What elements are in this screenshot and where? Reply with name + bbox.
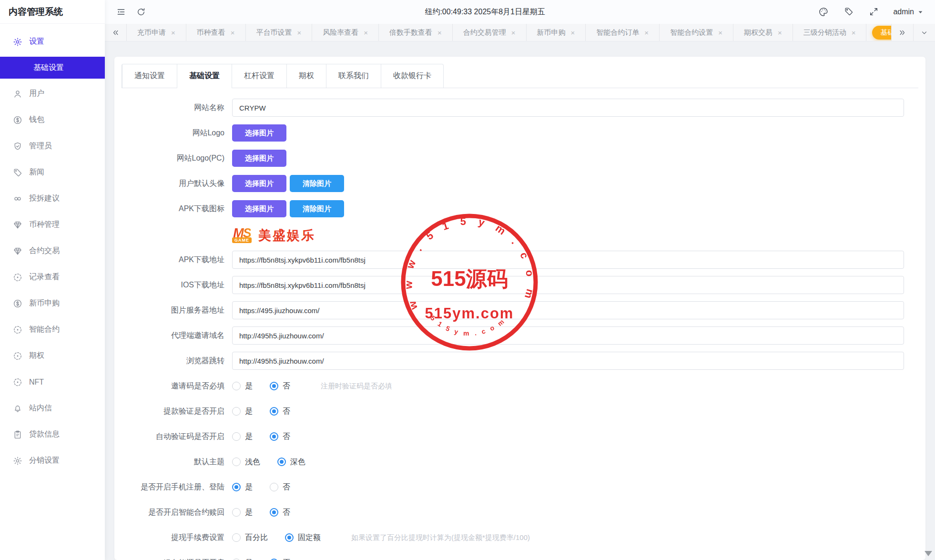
clear-image-button[interactable]: 清除图片 [290, 200, 344, 217]
sidebar-item[interactable]: 站内信 [0, 395, 105, 421]
page-tab[interactable]: 倍数手数查看 × [379, 24, 453, 41]
sidebar-item[interactable]: 管理员 [0, 133, 105, 159]
sidebar-item[interactable]: 合约交易 [0, 238, 105, 264]
radio-group: 浅色 深色 [232, 457, 336, 467]
radio-option-2[interactable]: 否 [270, 381, 290, 391]
settings-tabs: 通知设置 基础设置 杠杆设置 期权 [122, 64, 918, 88]
settings-tab[interactable]: 联系我们 [326, 64, 381, 88]
close-icon[interactable]: × [852, 29, 856, 37]
radio-option-2[interactable]: 否 [270, 508, 290, 518]
page-tab[interactable]: 期权交易 × [733, 24, 793, 41]
text-input[interactable] [232, 352, 904, 370]
close-icon[interactable]: × [171, 29, 175, 37]
radio-option-1[interactable]: 百分比 [232, 533, 268, 543]
chevron-down-icon[interactable] [913, 24, 935, 41]
page-tab[interactable]: 基础设置 × [872, 26, 891, 40]
radio-option-2[interactable]: 否 [270, 558, 290, 560]
page-tab[interactable]: 智能合约订单 × [586, 24, 660, 41]
close-icon[interactable]: × [511, 29, 516, 37]
radio-option-1[interactable]: 是 [232, 558, 253, 560]
radio-option-1[interactable]: 是 [232, 508, 253, 518]
page-tab[interactable]: 三级分销活动 × [793, 24, 867, 41]
close-icon[interactable]: × [644, 29, 649, 37]
sidebar-item[interactable]: 记录查看 [0, 264, 105, 290]
text-input[interactable] [232, 326, 904, 345]
close-icon[interactable]: × [231, 29, 235, 37]
text-input[interactable] [232, 276, 904, 294]
gear-icon [13, 456, 22, 466]
radio-option-2[interactable]: 否 [270, 432, 290, 442]
text-input[interactable] [232, 251, 904, 269]
settings-tab[interactable]: 基础设置 [177, 64, 232, 88]
choose-image-button[interactable]: 选择图片 [232, 150, 286, 167]
form-row: MS GAME 美盛娱乐 [127, 225, 904, 246]
settings-tab-label: 联系我们 [338, 71, 369, 81]
sidebar-item[interactable]: 币种管理 [0, 212, 105, 238]
settings-tab[interactable]: 收款银行卡 [381, 64, 443, 88]
hamburger-icon[interactable] [116, 7, 126, 17]
sidebar-item[interactable]: 智能合约 [0, 316, 105, 343]
radio-option-2[interactable]: 深色 [277, 457, 305, 467]
field-label: 自动验证码是否开启 [127, 432, 232, 442]
radio-option-1[interactable]: 是 [232, 482, 253, 492]
sidebar-item[interactable]: NFT [0, 369, 105, 395]
radio-icon [270, 508, 278, 517]
page-tab[interactable]: 币种查看 × [186, 24, 246, 41]
sidebar-item[interactable]: 用户 [0, 81, 105, 107]
close-icon[interactable]: × [571, 29, 575, 37]
close-icon[interactable]: × [364, 29, 368, 37]
palette-icon[interactable] [818, 7, 829, 17]
radio-option-2[interactable]: 否 [270, 407, 290, 417]
radio-icon [270, 432, 278, 441]
text-input[interactable] [232, 99, 904, 117]
radio-option-2[interactable]: 固定额 [285, 533, 321, 543]
sidebar-item[interactable]: 基础设置 [0, 57, 105, 79]
page-tab[interactable]: 充币申请 × [127, 24, 186, 41]
close-icon[interactable]: × [778, 29, 782, 37]
sidebar-item[interactable]: 钱包 [0, 107, 105, 133]
page-tab[interactable]: 风险率查看 × [312, 24, 379, 41]
close-icon[interactable]: × [718, 29, 722, 37]
sidebar-item-label: 用户 [29, 89, 44, 99]
sidebar-item[interactable]: 期权 [0, 343, 105, 369]
sidebar-item-label: NFT [29, 378, 44, 387]
user-dropdown[interactable]: admin [893, 8, 924, 16]
close-icon[interactable]: × [297, 29, 302, 37]
clear-image-button[interactable]: 清除图片 [290, 175, 344, 192]
radio-icon [232, 407, 241, 416]
radio-option-1[interactable]: 浅色 [232, 457, 260, 467]
text-input[interactable] [232, 301, 904, 319]
settings-tab[interactable]: 期权 [286, 64, 326, 88]
page-tab[interactable]: 平台币设置 × [246, 24, 313, 41]
page-tab[interactable]: 合约交易管理 × [453, 24, 527, 41]
sidebar-item[interactable]: 新闻 [0, 159, 105, 185]
settings-tab-label: 基础设置 [189, 71, 220, 81]
radio-option-1[interactable]: 是 [232, 432, 253, 442]
tag-icon[interactable] [844, 7, 854, 17]
scroll-down-indicator[interactable] [925, 551, 932, 556]
refresh-icon[interactable] [136, 7, 146, 17]
field-hint: 注册时验证码是否必填 [321, 382, 392, 391]
chevrons-right-icon[interactable] [891, 24, 913, 41]
page-tab[interactable]: 新币申购 × [527, 24, 586, 41]
choose-image-button[interactable]: 选择图片 [232, 124, 286, 142]
radio-option-1[interactable]: 是 [232, 407, 253, 417]
sidebar-item[interactable]: 投拆建议 [0, 185, 105, 212]
chevrons-left-icon[interactable] [105, 24, 127, 41]
sidebar-item[interactable]: 贷款信息 [0, 421, 105, 448]
close-icon[interactable]: × [437, 29, 442, 37]
choose-image-button[interactable]: 选择图片 [232, 175, 286, 192]
sidebar-item[interactable]: 分销设置 [0, 448, 105, 474]
page-tab[interactable]: 智能合约设置 × [660, 24, 733, 41]
expand-icon[interactable] [869, 7, 879, 17]
settings-tab[interactable]: 通知设置 [122, 64, 177, 88]
settings-tab[interactable]: 杠杆设置 [232, 64, 286, 88]
choose-image-button[interactable]: 选择图片 [232, 200, 286, 217]
tab-label: 智能合约订单 [596, 28, 639, 37]
sidebar-item[interactable]: 新币申购 [0, 290, 105, 316]
radio-option-1[interactable]: 是 [232, 381, 253, 391]
sidebar-item-label: 投拆建议 [29, 193, 60, 204]
radio-option-2[interactable]: 否 [270, 482, 290, 492]
tab-label: 三级分销活动 [803, 28, 846, 37]
sidebar-item[interactable]: 设置 [0, 29, 105, 55]
